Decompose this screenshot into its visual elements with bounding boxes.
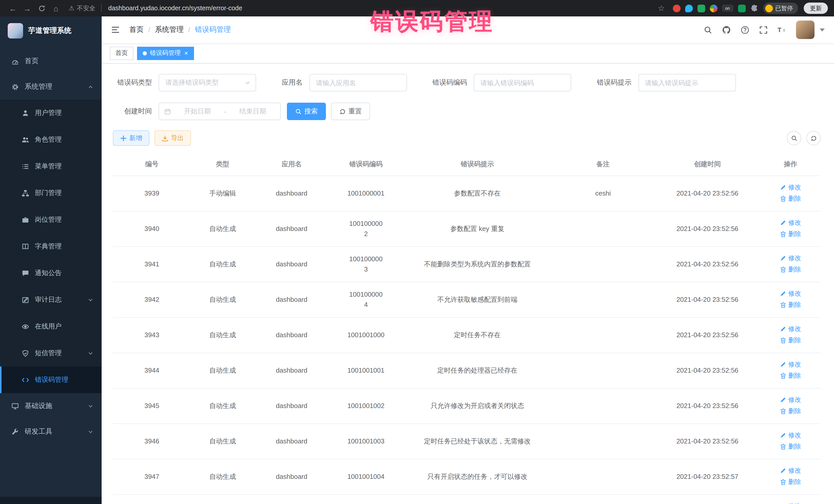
tab-错误码管理[interactable]: 错误码管理× (137, 46, 194, 60)
cell-time: 2021-04-20 23:52:56 (654, 176, 761, 211)
github-icon[interactable] (722, 25, 731, 34)
delete-link[interactable]: 删除 (780, 229, 801, 239)
extension-icon-green[interactable] (738, 4, 745, 12)
sidebar-item-label: 角色管理 (35, 135, 62, 144)
extension-icon-colorful[interactable] (709, 4, 717, 12)
calendar-icon (164, 108, 171, 115)
pencil-icon (780, 432, 786, 438)
bookmark-star-icon[interactable]: ☆ (655, 2, 668, 15)
pencil-icon (780, 326, 786, 332)
extensions-puzzle-icon[interactable] (750, 4, 758, 12)
reload-icon[interactable] (35, 2, 48, 15)
cell-app: dashboard (255, 246, 329, 282)
user-avatar[interactable] (796, 21, 814, 39)
refresh-table-button[interactable] (806, 131, 821, 145)
sidebar-item-岗位管理[interactable]: 岗位管理 (0, 206, 102, 233)
sidebar-item-基础设施[interactable]: 基础设施 (0, 393, 102, 419)
sidebar-item-系统管理[interactable]: 系统管理 (0, 74, 102, 100)
edit-link[interactable]: 修改 (780, 217, 801, 227)
delete-link[interactable]: 删除 (780, 264, 801, 274)
dashboard-icon (11, 57, 19, 65)
extension-icon-on-badge[interactable]: on (722, 5, 733, 12)
add-button[interactable]: 新增 (113, 130, 149, 146)
caret-down-icon[interactable] (820, 28, 825, 31)
fullscreen-icon[interactable] (759, 25, 768, 34)
delete-link[interactable]: 删除 (780, 193, 801, 203)
filter-app-name: 应用名 (282, 74, 407, 91)
edit-link[interactable]: 修改 (780, 465, 801, 476)
breadcrumb-item[interactable]: 首页 (129, 25, 144, 35)
extension-icon-red[interactable] (673, 4, 680, 12)
filter-row-1: 错误码类型 请选择错误码类型 应用名 错误码编码 (113, 74, 821, 91)
back-icon[interactable]: ← (6, 2, 20, 15)
cell-app: dashboard (255, 388, 329, 423)
sidebar-item-研发工具[interactable]: 研发工具 (0, 419, 102, 444)
cell-hint: 定时任务已经处于该状态，无需修改 (403, 423, 552, 459)
sidebar-collapse-bar[interactable] (0, 497, 102, 504)
sidebar-item-label: 部门管理 (35, 188, 62, 198)
edit-link[interactable]: 修改 (780, 182, 801, 192)
edit-link[interactable]: 修改 (780, 324, 801, 334)
sidebar-item-角色管理[interactable]: 角色管理 (0, 126, 102, 153)
edit-link[interactable]: 修改 (780, 430, 801, 440)
extension-icon-green-check[interactable] (697, 4, 705, 12)
cell-time: 2021-04-20 23:52:56 (654, 282, 761, 317)
update-button[interactable]: 更新 (804, 3, 828, 14)
close-icon[interactable]: × (184, 50, 188, 57)
edit-link[interactable]: 修改 (780, 359, 801, 369)
toggle-search-button[interactable] (787, 131, 801, 145)
cell-actions: 修改删除 (760, 423, 821, 459)
search-button[interactable]: 搜索 (287, 103, 326, 120)
cell-remark (552, 246, 654, 282)
delete-link[interactable]: 删除 (780, 335, 801, 345)
logo[interactable]: 芋道管理系统 (0, 17, 102, 45)
export-button[interactable]: 导出 (154, 130, 191, 146)
edit-link[interactable]: 修改 (780, 253, 801, 263)
font-size-icon[interactable]: TT (777, 25, 786, 34)
cell-remark (552, 211, 654, 246)
sidebar-item-在线用户[interactable]: 在线用户 (0, 313, 102, 340)
search-icon[interactable] (704, 25, 712, 34)
sidebar-item-部门管理[interactable]: 部门管理 (0, 180, 102, 206)
edit-link[interactable]: 修改 (780, 288, 801, 299)
sidebar-item-首页[interactable]: 首页 (0, 48, 102, 74)
sidebar-item-错误码管理[interactable]: 错误码管理 (0, 367, 102, 393)
sidebar-item-字典管理[interactable]: 字典管理 (0, 233, 102, 260)
date-range-input[interactable]: 开始日期 - 结束日期 (159, 103, 281, 120)
delete-link[interactable]: 删除 (780, 441, 801, 452)
sidebar-item-菜单管理[interactable]: 菜单管理 (0, 153, 102, 180)
cell-code: 1001001000 (329, 317, 403, 353)
edit-label: 修改 (788, 465, 801, 476)
breadcrumb-item[interactable]: 系统管理 (155, 25, 184, 35)
security-warning[interactable]: ⚠ 不安全 (69, 4, 95, 13)
delete-label: 删除 (788, 406, 801, 416)
error-type-select[interactable]: 请选择错误码类型 (159, 74, 256, 91)
app-name-input[interactable] (309, 74, 407, 91)
sidebar-item-用户管理[interactable]: 用户管理 (0, 100, 102, 126)
reset-button[interactable]: 重置 (331, 103, 370, 120)
sidebar-item-短信管理[interactable]: 短信管理 (0, 340, 102, 367)
sidebar-item-通知公告[interactable]: 通知公告 (0, 260, 102, 286)
address-url[interactable]: dashboard.yudao.iocoder.cn/system/error-… (108, 5, 242, 12)
forward-icon[interactable]: → (21, 2, 34, 15)
error-hint-input[interactable] (638, 74, 736, 91)
edit-link[interactable]: 修改 (780, 501, 801, 504)
sidebar-item-审计日志[interactable]: 审计日志 (0, 286, 102, 313)
help-icon[interactable] (741, 25, 749, 34)
delete-link[interactable]: 删除 (780, 370, 801, 380)
cell-actions: 修改删除 (760, 494, 821, 504)
delete-link[interactable]: 删除 (780, 406, 801, 416)
delete-label: 删除 (788, 441, 801, 452)
edit-link[interactable]: 修改 (780, 394, 801, 405)
tab-首页[interactable]: 首页 (110, 46, 133, 60)
hamburger-icon[interactable] (111, 25, 120, 35)
paused-badge[interactable]: 已暂停 (763, 3, 798, 14)
cell-hint: 定时任务的处理器已经存在 (403, 353, 552, 388)
browser-home-icon[interactable]: ⌂ (49, 2, 63, 15)
extension-icon-drop[interactable] (685, 4, 693, 12)
page-content: 错误码类型 请选择错误码类型 应用名 错误码编码 (102, 64, 834, 504)
delete-link[interactable]: 删除 (780, 300, 801, 310)
delete-link[interactable]: 删除 (780, 477, 801, 487)
error-code-input[interactable] (474, 74, 571, 91)
book-icon (22, 242, 29, 250)
